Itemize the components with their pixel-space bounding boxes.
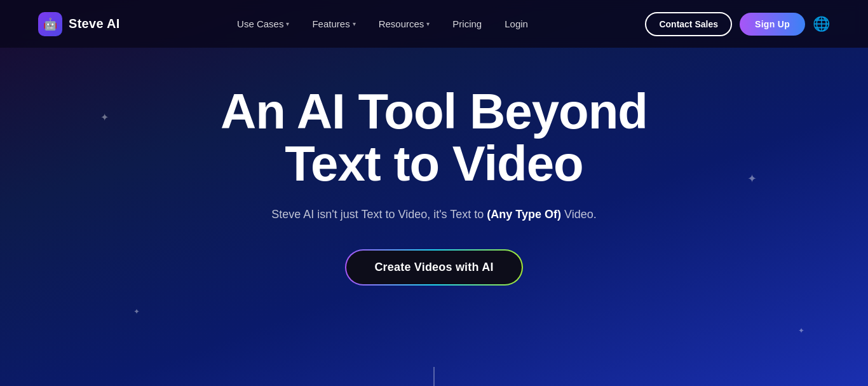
nav-use-cases[interactable]: Use Cases ▾ [228,15,298,33]
bottom-divider [433,367,435,386]
hero-title-line1: An AI Tool Beyond [220,83,648,139]
logo-emoji: 🤖 [43,17,57,31]
star-decoration-3: ✦ [133,307,140,316]
hero-section: An AI Tool Beyond Text to Video Steve AI… [0,48,868,286]
nav-resources[interactable]: Resources ▾ [370,15,439,33]
logo[interactable]: 🤖 Steve AI [38,12,120,36]
contact-sales-button[interactable]: Contact Sales [645,12,732,36]
brand-name: Steve AI [69,17,120,31]
page-wrapper: ✦ ✦ ✦ ✦ 🤖 Steve AI Use Cases ▾ Features … [0,0,868,386]
cta-button[interactable]: Create Videos with AI [346,251,521,284]
globe-icon[interactable]: 🌐 [813,16,830,32]
nav-features[interactable]: Features ▾ [303,15,364,33]
navbar: 🤖 Steve AI Use Cases ▾ Features ▾ Resour… [0,0,868,48]
nav-login[interactable]: Login [496,15,537,33]
chevron-down-icon: ▾ [426,20,430,27]
hero-title: An AI Tool Beyond Text to Video [220,86,648,190]
hero-title-line2: Text to Video [285,135,583,191]
logo-icon: 🤖 [38,12,62,36]
sign-up-button[interactable]: Sign Up [740,13,805,36]
cta-button-wrapper[interactable]: Create Videos with AI [345,249,522,286]
nav-actions: Contact Sales Sign Up 🌐 [645,12,830,36]
chevron-down-icon: ▾ [286,20,289,27]
chevron-down-icon: ▾ [353,20,356,27]
star-decoration-4: ✦ [798,326,804,335]
hero-subtitle: Steve AI isn't just Text to Video, it's … [271,205,596,224]
nav-pricing[interactable]: Pricing [444,15,491,33]
nav-links: Use Cases ▾ Features ▾ Resources ▾ Prici… [228,15,537,33]
